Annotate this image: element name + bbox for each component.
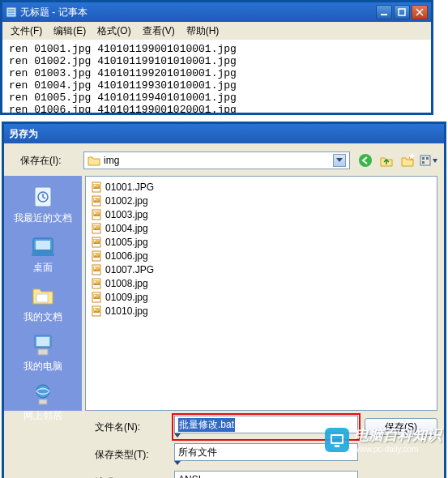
dialog-main: 我最近的文档 桌面 我的文档 我的电脑 网上邻居 01001.JPG01002.… [4,176,444,411]
svg-point-48 [94,267,96,269]
dialog-titlebar[interactable]: 另存为 [4,124,444,143]
file-item[interactable]: 01009.jpg [89,290,433,304]
image-file-icon [91,264,102,275]
file-item[interactable]: 01006.jpg [89,249,433,262]
image-file-icon [91,305,102,317]
file-list[interactable]: 01001.JPG01002.jpg01003.jpg01004.jpg0100… [85,176,437,411]
encoding-label: 编码(E): [95,476,168,479]
new-folder-button[interactable]: ★ [399,152,416,169]
svg-rect-14 [426,157,429,160]
folder-icon [87,155,100,166]
svg-rect-5 [399,9,405,15]
recent-docs-icon [30,184,56,210]
sidebar-item-computer[interactable]: 我的电脑 [4,329,82,377]
file-item[interactable]: 01003.jpg [89,207,433,221]
sidebar-item-network[interactable]: 网上邻居 [4,378,82,426]
savein-dropdown[interactable]: img [83,152,350,169]
svg-marker-59 [174,461,181,465]
dropdown-arrow-icon[interactable] [333,154,346,167]
view-menu-button[interactable] [420,152,437,169]
svg-rect-12 [420,156,430,165]
watermark: 电脑百科知识 www.pc-daily.com [325,425,442,454]
svg-point-45 [94,254,96,255]
svg-point-25 [36,385,49,398]
notepad-textarea[interactable]: ren 01001.jpg 410101199001010001.jpg ren… [2,40,431,113]
file-item[interactable]: 01004.jpg [89,221,433,235]
file-name: 01005.jpg [105,237,148,248]
file-item[interactable]: 01005.jpg [89,235,433,249]
file-item[interactable]: 01002.jpg [89,194,433,207]
savein-label: 保存在(I): [20,154,77,168]
dialog-top-row: 保存在(I): img ★ [4,143,444,176]
svg-point-9 [359,154,372,167]
image-file-icon [91,278,102,289]
svg-rect-15 [422,161,425,164]
file-name: 01002.jpg [105,195,148,207]
up-folder-button[interactable] [378,152,395,169]
svg-point-51 [94,281,96,283]
image-file-icon [91,292,102,303]
image-file-icon [91,195,102,207]
minimize-button[interactable] [376,5,392,19]
file-item[interactable]: 01007.JPG [89,262,433,276]
filetype-value: 所有文件 [178,446,217,459]
svg-rect-21 [36,294,48,302]
menu-file[interactable]: 文件(F) [6,23,47,40]
image-file-icon [91,209,102,220]
menu-help[interactable]: 帮助(H) [181,23,224,40]
notepad-titlebar[interactable]: 无标题 - 记事本 [2,2,431,22]
sidebar-item-desktop[interactable]: 桌面 [4,230,82,278]
dialog-title: 另存为 [9,127,439,141]
svg-point-33 [94,198,96,200]
notepad-winbuttons [376,5,428,19]
sidebar-label: 我的电脑 [23,360,62,373]
svg-point-39 [94,226,96,228]
menu-edit[interactable]: 编辑(E) [49,23,91,40]
sidebar-label: 我最近的文档 [14,211,72,225]
file-name: 01010.jpg [105,305,148,317]
sidebar-item-recent[interactable]: 我最近的文档 [4,181,82,228]
image-file-icon [91,237,102,248]
watermark-brand: 电脑百科知识 [354,425,442,445]
file-item[interactable]: 01001.JPG [89,180,433,194]
svg-rect-62 [332,436,342,442]
filename-label: 文件名(N): [95,420,168,434]
file-item[interactable]: 01010.jpg [89,304,433,318]
encoding-value: ANSI [178,474,201,478]
notepad-icon [6,6,17,18]
image-file-icon [91,181,102,193]
chevron-down-icon[interactable] [174,461,358,466]
notepad-window: 无标题 - 记事本 文件(F) 编辑(E) 格式(O) 查看(V) 帮助(H) … [0,0,433,115]
file-name: 01006.jpg [105,250,148,262]
mydocs-icon [30,283,56,309]
maximize-button[interactable] [394,5,410,19]
file-name: 01003.jpg [105,209,148,220]
menu-format[interactable]: 格式(O) [92,23,135,40]
close-button[interactable] [412,5,428,19]
svg-rect-27 [39,399,47,404]
svg-rect-23 [36,337,49,346]
svg-point-57 [94,309,96,310]
network-icon [30,382,56,408]
encoding-dropdown[interactable]: ANSI [174,471,358,478]
sidebar-label: 网上邻居 [23,409,62,423]
file-item[interactable]: 01008.jpg [89,276,433,290]
savein-value: img [104,155,119,166]
image-file-icon [91,250,102,262]
save-as-dialog: 另存为 保存在(I): img ★ 我最近的文档 桌面 [2,122,446,478]
file-name: 01004.jpg [105,223,148,234]
places-sidebar: 我最近的文档 桌面 我的文档 我的电脑 网上邻居 [4,176,82,411]
svg-point-36 [94,212,96,214]
svg-marker-8 [336,158,343,162]
sidebar-item-mydocs[interactable]: 我的文档 [4,280,82,327]
desktop-icon [30,233,56,259]
sidebar-label: 桌面 [33,261,53,275]
back-button[interactable] [356,152,374,169]
computer-icon [30,332,56,358]
svg-rect-24 [38,349,48,355]
sidebar-label: 我的文档 [23,310,62,324]
filename-value[interactable]: 批量修改.bat [178,418,235,432]
file-name: 01008.jpg [105,278,148,289]
file-name: 01009.jpg [105,292,148,303]
menu-view[interactable]: 查看(V) [138,23,180,40]
